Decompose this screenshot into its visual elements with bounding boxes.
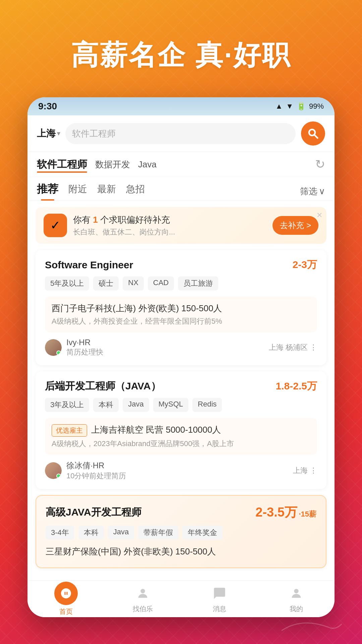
filter-tabs: 推荐 附近 最新 急招 筛选 ∨ <box>27 177 335 201</box>
job-header-1: Software Engineer 2-3万 <box>45 258 317 272</box>
job-card-2[interactable]: 后端开发工程师（JAVA） 1.8-2.5万 3年及以上 本科 Java MyS… <box>36 371 326 489</box>
nav-profile-label: 我的 <box>290 604 303 613</box>
tag-experience: 5年及以上 <box>45 276 89 290</box>
tab-latest[interactable]: 最新 <box>97 183 116 200</box>
tag2-experience: 3年及以上 <box>45 398 89 412</box>
battery-icon: 🔋 <box>297 102 306 111</box>
nav-find[interactable]: 找伯乐 <box>104 584 181 613</box>
tab-urgent[interactable]: 急招 <box>126 183 145 200</box>
company-info-1: 西门子电子科技(上海) 外资(欧美) 150-500人 A级纳税人，外商投资企业… <box>45 297 317 332</box>
notification-close-icon[interactable]: ✕ <box>316 211 322 220</box>
hr-status-1: 简历处理快 <box>66 347 103 357</box>
job-card-1[interactable]: Software Engineer 2-3万 5年及以上 硕士 NX CAD 员… <box>36 250 326 365</box>
job-title-1: Software Engineer <box>45 259 133 271</box>
search-input-wrap[interactable]: 软件工程师 <box>65 123 296 144</box>
nav-find-label: 找伯乐 <box>133 604 153 613</box>
preferred-badge: 优选雇主 <box>52 424 87 437</box>
online-indicator-2 <box>56 474 61 478</box>
job-tags-3: 3-4年 本科 Java 带薪年假 年终奖金 <box>46 526 316 540</box>
job-category-java[interactable]: Java <box>138 159 157 170</box>
hr-status-2: 10分钟前处理简历 <box>66 471 126 481</box>
bottom-navigation: 首页 找伯乐 消息 <box>27 580 335 617</box>
nav-message-label: 消息 <box>213 604 226 613</box>
nav-message-icon <box>210 584 229 602</box>
wifi-icon: ▼ <box>286 102 293 111</box>
status-time: 9:30 <box>38 101 57 112</box>
hr-avatar-2 <box>45 462 62 479</box>
search-placeholder: 软件工程师 <box>72 128 116 140</box>
job-salary-wrap-3: 2-3.5万 ·15薪 <box>255 504 316 521</box>
notification-action-button[interactable]: 去补充 > <box>273 216 318 235</box>
hr-location-1: 上海 杨浦区 ⋮ <box>269 342 317 353</box>
nav-find-icon <box>134 584 152 602</box>
company-desc-1: A级纳税人，外商投资企业，经营年限全国同行前5% <box>52 316 310 326</box>
tag2-java: Java <box>123 398 149 412</box>
job-salary-2: 1.8-2.5万 <box>276 379 317 393</box>
city-selector[interactable]: 上海 ▾ <box>37 127 60 140</box>
phone-mockup: 9:30 ▲ ▼ 🔋 99% 上海 ▾ 软件工程师 <box>27 97 335 617</box>
job-list: ✓ 你有 1 个求职偏好待补充 长白班、做五休二、岗位方向... 去补充 > ✕… <box>27 201 335 617</box>
hr-row-1: Ivy·HR 简历处理快 上海 杨浦区 ⋮ <box>45 338 317 357</box>
bottom-decoration <box>275 614 342 634</box>
filter-label: 筛选 <box>300 185 317 197</box>
tab-recommend[interactable]: 推荐 <box>37 182 58 201</box>
notification-text: 你有 1 个求职偏好待补充 长白班、做五休二、岗位方向... <box>73 214 266 237</box>
hr-name-1: Ivy·HR <box>66 338 103 347</box>
job-categories: 软件工程师 数据开发 Java ↻ <box>27 152 335 177</box>
hr-info-1: Ivy·HR 简历处理快 <box>45 338 103 357</box>
hr-details-1: Ivy·HR 简历处理快 <box>66 338 103 357</box>
tag3-edu: 本科 <box>78 526 104 540</box>
signal-icon: ▲ <box>275 102 283 111</box>
company-desc-2: A级纳税人，2023年Asiabrand亚洲品牌500强，A股上市 <box>52 439 310 449</box>
company-name-2: 优选雇主上海吉祥航空 民营 5000-10000人 <box>52 424 310 437</box>
hr-row-2: 徐冰倩·HR 10分钟前处理简历 上海 ⋮ <box>45 460 317 481</box>
nav-profile-icon <box>287 584 305 602</box>
home-nav-icon <box>54 582 78 605</box>
notification-icon: ✓ <box>44 214 67 237</box>
company-name-1: 西门子电子科技(上海) 外资(欧美) 150-500人 <box>52 303 310 314</box>
company-info-2: 优选雇主上海吉祥航空 民营 5000-10000人 A级纳税人，2023年Asi… <box>45 418 317 455</box>
hr-details-2: 徐冰倩·HR 10分钟前处理简历 <box>66 460 126 481</box>
filter-button[interactable]: 筛选 ∨ <box>300 185 325 197</box>
filter-chevron-icon: ∨ <box>319 186 325 197</box>
tag2-redis: Redis <box>192 398 222 412</box>
online-indicator-1 <box>56 351 61 355</box>
svg-line-1 <box>315 135 318 138</box>
job-category-data[interactable]: 数据开发 <box>95 159 130 170</box>
hr-avatar-1 <box>45 339 62 356</box>
tag-cad: CAD <box>148 276 174 290</box>
edit-categories-icon[interactable]: ↻ <box>315 157 325 171</box>
job-card-3[interactable]: 高级JAVA开发工程师 2-3.5万 ·15薪 3-4年 本科 Java 带薪年… <box>36 495 326 568</box>
job-salary-sub-3: ·15薪 <box>299 510 316 518</box>
tag3-bonus: 年终奖金 <box>182 526 223 540</box>
job-category-active[interactable]: 软件工程师 <box>37 158 87 171</box>
hr-name-2: 徐冰倩·HR <box>66 460 126 471</box>
battery-text: 99% <box>309 102 324 111</box>
job-title-3: 高级JAVA开发工程师 <box>46 505 141 519</box>
city-dropdown-icon: ▾ <box>57 130 60 137</box>
job-title-2: 后端开发工程师（JAVA） <box>45 379 161 393</box>
status-icons: ▲ ▼ 🔋 99% <box>275 102 324 111</box>
nav-message[interactable]: 消息 <box>181 584 258 613</box>
job-header-2: 后端开发工程师（JAVA） 1.8-2.5万 <box>45 379 317 393</box>
tab-nearby[interactable]: 附近 <box>68 183 87 200</box>
company-name-3: 三星财产保险(中国) 外资(非欧美) 150-500人 <box>46 546 316 557</box>
nav-profile[interactable]: 我的 <box>258 584 335 613</box>
job-salary-main-3: 2-3.5万 <box>255 505 297 519</box>
svg-point-2 <box>140 589 145 593</box>
hero-title: 高薪名企 真·好职 <box>0 37 362 74</box>
tag2-mysql: MySQL <box>153 398 188 412</box>
job-tags-2: 3年及以上 本科 Java MySQL Redis <box>45 398 317 412</box>
notification-title: 你有 1 个求职偏好待补充 <box>73 214 266 226</box>
phone-content: 上海 ▾ 软件工程师 软件工程师 数据开发 Java ↻ 推荐 附近 <box>27 115 335 617</box>
nav-home[interactable]: 首页 <box>27 582 104 616</box>
job-salary-1: 2-3万 <box>293 258 317 272</box>
tag-nx: NX <box>123 276 144 290</box>
job-tags-1: 5年及以上 硕士 NX CAD 员工旅游 <box>45 276 317 290</box>
notification-subtitle: 长白班、做五休二、岗位方向... <box>73 227 266 237</box>
tag3-java: Java <box>108 526 134 540</box>
tag-benefit: 员工旅游 <box>178 276 218 290</box>
notification-banner[interactable]: ✓ 你有 1 个求职偏好待补充 长白班、做五休二、岗位方向... 去补充 > ✕ <box>36 207 326 244</box>
status-bar: 9:30 ▲ ▼ 🔋 99% <box>27 97 335 115</box>
search-button[interactable] <box>301 121 325 146</box>
